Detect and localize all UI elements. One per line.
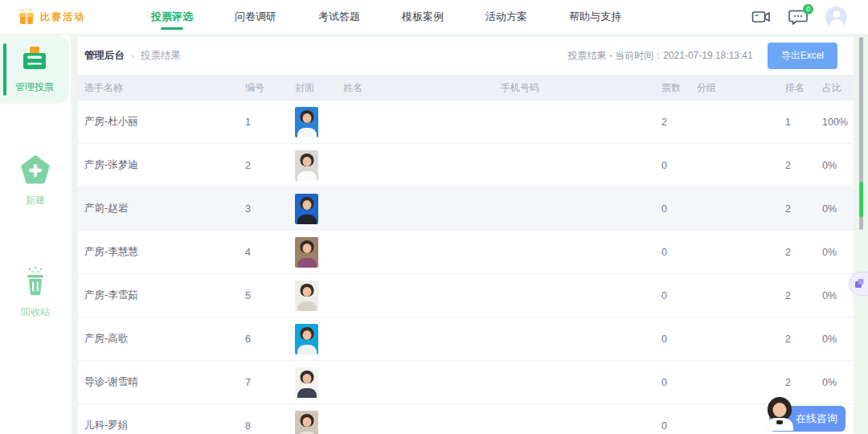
table-row[interactable]: 产房-杜小丽 1 2 1 100% <box>78 100 854 144</box>
photo-face <box>302 113 311 123</box>
contestant-name: 产房-李慧慧 <box>84 245 245 259</box>
user-avatar[interactable] <box>825 6 847 28</box>
contestant-photo[interactable] <box>295 194 318 224</box>
nav-item-activity[interactable]: 活动方案 <box>485 0 527 34</box>
message-badge: 0 <box>803 4 813 14</box>
content-topbar: 管理后台 › 投票结果 投票结果 - 当前时间：2021-07-19 18:13… <box>78 37 854 75</box>
col-header-group: 分组 <box>697 81 785 95</box>
table-row[interactable]: 产房-高歌 6 0 2 0% <box>78 317 854 361</box>
contestant-name: 产房-杜小丽 <box>84 115 245 129</box>
contestant-rank: 2 <box>785 334 822 345</box>
photo-face <box>302 157 311 166</box>
contestant-photo[interactable] <box>295 280 318 311</box>
photo-face <box>302 200 311 210</box>
contestant-votes: 2 <box>661 117 697 128</box>
contestant-number: 7 <box>245 377 295 388</box>
contestant-name: 导诊-谢雪晴 <box>84 375 245 389</box>
contestant-percent: 0% <box>822 290 854 301</box>
table-row[interactable]: 产房-李雪茹 5 0 2 0% <box>78 274 854 317</box>
online-consult-button[interactable]: 在线咨询 <box>769 406 845 432</box>
rocket-fab-button[interactable] <box>849 272 868 296</box>
photo-shoulders <box>297 432 317 434</box>
contestant-votes: 0 <box>661 247 697 258</box>
table-row[interactable]: 产房-李慧慧 4 0 2 0% <box>78 231 854 274</box>
table-body: 产房-杜小丽 1 2 1 100% 产房-张梦迪 2 0 2 <box>78 100 854 434</box>
custom-scrollbar[interactable] <box>859 37 863 230</box>
contestant-percent: 100% <box>822 117 854 128</box>
export-excel-button[interactable]: 导出Excel <box>768 43 837 69</box>
contestant-percent: 0% <box>822 377 854 388</box>
contestant-votes: 0 <box>661 420 697 432</box>
contestant-rank: 2 <box>785 247 822 258</box>
rocket-icon <box>854 278 865 289</box>
sidebar-item-label: 新建 <box>26 194 45 207</box>
contestant-photo[interactable] <box>295 237 318 268</box>
contestant-rank: 2 <box>785 377 822 388</box>
table-row[interactable]: 产房-张梦迪 2 0 2 0% <box>78 144 854 187</box>
contestant-photo[interactable] <box>295 107 318 137</box>
contestant-name: 儿科-罗娟 <box>84 419 245 432</box>
photo-shoulders <box>297 171 317 181</box>
photo-shoulders <box>297 258 317 268</box>
contestant-number: 1 <box>245 117 295 128</box>
plus-pentagon-icon <box>19 155 51 189</box>
consultant-photo <box>763 395 796 431</box>
contestant-photo[interactable] <box>295 411 318 434</box>
contestant-percent: 0% <box>822 160 854 171</box>
contestant-rank: 2 <box>785 290 822 301</box>
contestant-photo[interactable] <box>295 367 318 398</box>
ballot-box-icon <box>19 45 50 76</box>
table-row[interactable]: 导诊-谢雪晴 7 0 2 0% <box>78 361 854 404</box>
scrollbar-thumb[interactable] <box>859 182 863 217</box>
consult-label: 在线咨询 <box>796 411 837 426</box>
contestant-votes: 0 <box>661 203 697 215</box>
contestant-votes: 0 <box>661 377 697 388</box>
app-logo[interactable]: 比赛活动 <box>18 8 114 26</box>
photo-shoulders <box>297 215 317 224</box>
nav-item-template[interactable]: 模板案例 <box>402 0 444 34</box>
video-icon[interactable] <box>751 9 771 25</box>
contestant-photo[interactable] <box>295 324 318 354</box>
photo-face <box>302 330 311 340</box>
contestant-votes: 0 <box>661 334 697 345</box>
nav-item-help[interactable]: 帮助与支持 <box>569 0 621 34</box>
contestant-number: 6 <box>245 334 295 345</box>
photo-shoulders <box>297 301 317 311</box>
contestant-name: 产房-张梦迪 <box>84 158 245 172</box>
sidebar-item-label: 管理投票 <box>15 80 54 94</box>
consultant-face <box>773 403 787 417</box>
logo-text: 比赛活动 <box>40 10 85 24</box>
contestant-votes: 0 <box>661 290 697 301</box>
contestant-rank: 1 <box>785 117 822 128</box>
photo-shoulders <box>297 128 317 137</box>
contestant-name: 产房-李雪茹 <box>84 289 245 302</box>
main-content: 管理后台 › 投票结果 投票结果 - 当前时间：2021-07-19 18:13… <box>78 37 854 434</box>
photo-face <box>302 287 311 297</box>
left-sidebar: 管理投票 新建 回收站 <box>0 35 71 434</box>
contestant-number: 2 <box>245 160 295 171</box>
main-nav: 投票评选 问卷调研 考试答题 模板案例 活动方案 帮助与支持 <box>151 0 621 34</box>
messages-icon[interactable]: 0 <box>788 8 808 26</box>
sidebar-item-create-new[interactable]: 新建 <box>0 145 71 217</box>
col-header-phone: 手机号码 <box>501 81 661 95</box>
table-row[interactable]: 产前-赵岩 3 0 2 0% <box>78 187 854 231</box>
avatar-body <box>829 19 843 28</box>
nav-item-survey[interactable]: 问卷调研 <box>235 0 276 34</box>
contestant-votes: 0 <box>661 160 697 171</box>
photo-face <box>302 417 311 427</box>
contestant-number: 3 <box>245 203 295 215</box>
contestant-photo[interactable] <box>295 150 318 181</box>
contestant-name: 产前-赵岩 <box>84 202 245 215</box>
sidebar-item-recycle-bin[interactable]: 回收站 <box>0 256 71 329</box>
col-header-number: 编号 <box>245 81 295 95</box>
contestant-number: 4 <box>245 247 295 258</box>
sidebar-item-manage-votes[interactable]: 管理投票 <box>0 35 69 104</box>
contestant-rank: 2 <box>785 160 822 171</box>
table-row[interactable]: 儿科-罗娟 8 0 <box>78 404 854 434</box>
contestant-percent: 0% <box>822 203 854 215</box>
contestant-number: 8 <box>245 420 295 432</box>
nav-item-exam[interactable]: 考试答题 <box>318 0 360 34</box>
breadcrumb-current: 投票结果 <box>141 49 181 63</box>
nav-item-vote[interactable]: 投票评选 <box>151 0 193 34</box>
breadcrumb-root[interactable]: 管理后台 <box>84 49 125 63</box>
